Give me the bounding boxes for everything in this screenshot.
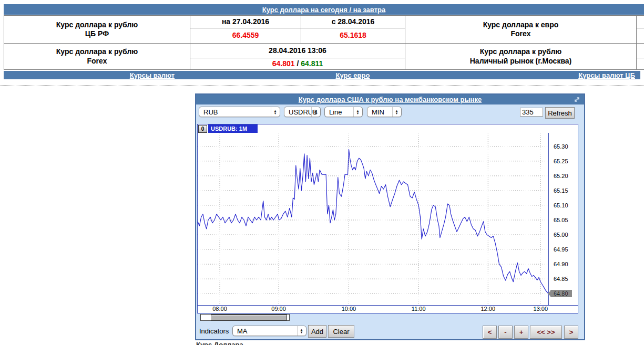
forex-label-line2: Forex [4,57,190,66]
refresh-button[interactable]: Refresh [545,107,575,119]
eur-label-line2: Forex [405,29,636,39]
select-stepper-icon: ▴▾ [311,107,320,117]
y-axis-tick-label: 64.85 [554,275,568,283]
rates-header-bar: Курс доллара на сегодня / на завтра [4,4,644,15]
x-axis-tick-label: 09:00 [271,306,286,312]
chart-title-bar: Курс доллара США к рублю на межбанковско… [196,95,584,104]
select-stepper-icon: ▴▾ [271,107,279,117]
x-axis-tick-label: 13:00 [534,306,548,312]
cbrf-date-tomorrow: с 28.04.2016 [301,16,405,28]
clear-indicators-button[interactable]: Clear [328,325,354,338]
link-cb-rates[interactable]: Курсы валют ЦБ [578,71,635,79]
bid-ask-separator: / [295,59,301,68]
expand-range-button[interactable]: << >> [530,326,562,339]
clipped-next-section-text: Курс Доллара [196,341,333,345]
x-axis-labels: 08:0009:0010:0011:0012:0013:00 [198,305,578,313]
currency-select[interactable]: RUB ▴▾ [199,107,280,117]
rates-table: Курс доллара к рублю ЦБ РФ на 27.04.2016… [4,15,644,70]
cbrf-label-line1: Курс доллара к рублю [4,20,190,30]
pan-right-button[interactable]: > [564,326,578,339]
clipped-cell [637,58,644,70]
y-axis-tick-label: 65.05 [554,216,568,224]
series-tag: USDRUB: 1M [208,124,258,133]
price-line-chart [198,133,548,305]
eur-label-cell: Курс доллара к евро Forex [405,16,637,44]
indicators-label: Indicators [199,327,229,335]
link-euro-rate[interactable]: Курс евро [336,71,370,79]
period-select[interactable]: MIN ▴▾ [367,107,402,117]
currency-select-value: RUB [203,108,218,116]
cbrf-rate-tomorrow: 65.1618 [301,28,405,44]
x-axis-tick-label: 11:00 [412,306,426,312]
cbrf-rate-today: 66.4559 [190,28,301,44]
y-axis-labels: 64.80 65.3065.2565.2065.1565.1065.0565.0… [548,133,578,305]
chart-legend-row: 0 USDRUB: 1M [198,124,578,133]
x-axis-tick-label: 12:00 [481,306,496,312]
y-axis-tick-label: 65.00 [554,231,568,238]
pan-left-button[interactable]: < [483,326,497,339]
chart-widget: 0 USDRUB: 1M 64.80 65.3065.2565.2065.156… [197,124,578,313]
y-axis-tick-label: 64.95 [554,246,568,253]
clipped-cell [637,28,644,44]
cbrf-date-today: на 27.04.2016 [190,16,301,28]
zoom-in-button[interactable]: + [514,326,528,339]
legend-toggle-button[interactable]: 0 [198,125,207,133]
expand-icon[interactable] [574,96,580,103]
chart-type-select-value: Line [329,108,342,116]
page: Курс доллара на сегодня / на завтра Курс… [0,0,644,345]
y-axis-tick-label: 65.10 [554,202,568,209]
clipped-cell [637,44,644,58]
chart-plot-area [198,133,548,305]
forex-datetime: 28.04.2016 13:06 [190,44,405,58]
select-stepper-icon: ▴▾ [297,326,305,336]
forex-label-line1: Курс доллара к рублю [4,47,190,57]
cbrf-label-cell: Курс доллара к рублю ЦБ РФ [4,16,190,44]
chart-scrollbar[interactable] [200,314,290,321]
period-select-value: MIN [372,108,384,116]
indicator-select[interactable]: MA ▴▾ [232,326,306,336]
chart-title-link[interactable]: Курс доллара США к рублю на межбанковско… [299,96,482,103]
cbrf-label-line2: ЦБ РФ [4,29,190,39]
x-axis-tick-label: 10:00 [342,306,356,312]
scrollbar-thumb[interactable] [211,315,287,320]
y-axis-tick-label: 65.25 [554,158,568,165]
select-stepper-icon: ▴▾ [392,107,401,117]
cash-label-cell: Курс доллара к рублю Наличный рынок (г.М… [405,44,637,70]
forex-ask: 64.811 [301,59,323,68]
cash-label-line2: Наличный рынок (г.Москва) [405,57,636,66]
select-stepper-icon: ▴▾ [353,107,362,117]
indicator-select-value: MA [237,327,248,335]
link-currency-rates[interactable]: Курсы валют [130,71,175,79]
chart-mid-row: 64.80 65.3065.2565.2065.1565.1065.0565.0… [198,133,578,305]
add-indicator-button[interactable]: Add [308,325,326,338]
cash-label-line1: Курс доллара к рублю [405,47,636,57]
links-bar: Курсы валют Курс евро Курсы валют ЦБ [4,71,640,79]
clipped-cell [637,16,644,28]
y-axis-tick-label: 64.80 [554,290,568,297]
points-count-input[interactable] [520,108,543,117]
forex-bid-ask: 64.801 / 64.811 [190,58,405,70]
y-axis-tick-label: 64.90 [554,260,568,268]
eur-label-line1: Курс доллара к евро [405,20,636,30]
chart-panel: Курс доллара США к рублю на межбанковско… [195,93,585,340]
pair-select[interactable]: USDRUB ▴▾ [284,107,321,117]
rates-header-link[interactable]: Курс доллара на сегодня / на завтра [262,6,385,14]
chart-type-select[interactable]: Line ▴▾ [324,107,363,117]
y-axis-tick-label: 65.15 [554,187,568,194]
dotted-separator [0,86,644,86]
x-axis-tick-label: 08:00 [212,306,227,312]
zoom-out-button[interactable]: - [498,326,513,339]
forex-bid: 64.801 [272,59,295,68]
y-axis-tick-label: 65.30 [554,143,568,150]
forex-label-cell: Курс доллара к рублю Forex [4,44,190,70]
y-axis-tick-label: 65.20 [554,172,568,180]
